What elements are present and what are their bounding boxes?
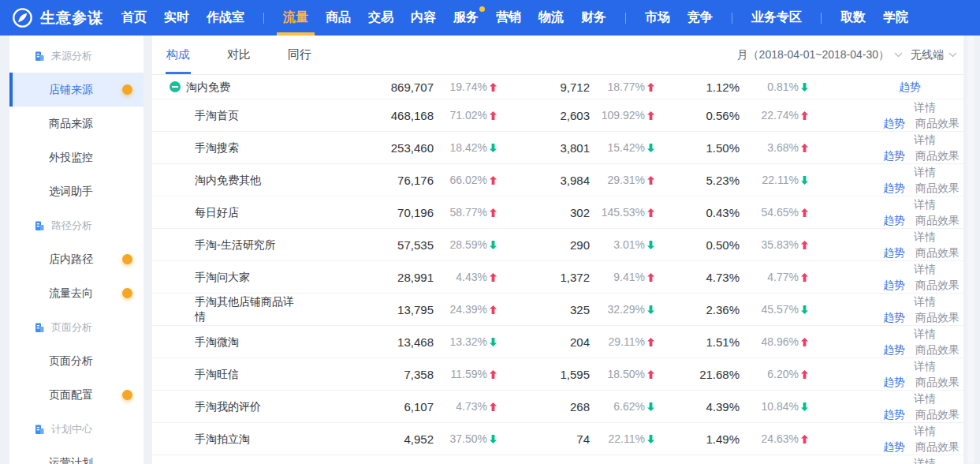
scrollbar-thumb[interactable]: [967, 36, 974, 464]
nav-item-label: 财务: [581, 9, 606, 26]
collapse-toggle-icon[interactable]: [170, 81, 181, 92]
table-row: 手淘搜索253,46018.42%3,80115.42%1.50%3.68%详情…: [152, 132, 963, 164]
trend-effect-link-row: 趋势商品效果: [883, 115, 960, 131]
product-effect-link[interactable]: 商品效果: [915, 277, 960, 293]
nav-item-1-2[interactable]: 交易: [360, 0, 402, 36]
detail-link[interactable]: 详情: [914, 133, 936, 146]
nav-item-1-1[interactable]: 商品: [317, 0, 360, 36]
filters: 月（2018-04-01~2018-04-30） 无线端: [737, 48, 957, 62]
trend-link[interactable]: 趋势: [883, 374, 905, 390]
change-value: 3.01%: [613, 238, 645, 251]
trend-link[interactable]: 趋势: [883, 342, 905, 357]
nav-item-3-0[interactable]: 业务专区: [743, 0, 810, 36]
date-range-selector[interactable]: 月（2018-04-01~2018-04-30）: [737, 48, 903, 62]
buyers-change: 29.11%: [590, 335, 654, 348]
nav-item-0-1[interactable]: 实时: [155, 0, 198, 36]
nav-item-0-0[interactable]: 首页: [113, 0, 155, 36]
product-effect-link[interactable]: 商品效果: [915, 439, 960, 455]
nav-item-1-7[interactable]: 财务: [572, 0, 615, 36]
product-effect-link[interactable]: 商品效果: [915, 115, 960, 131]
arrow-down-icon: [647, 402, 654, 411]
sidebar-item[interactable]: 店内路径: [9, 242, 143, 276]
table-row: 手淘旺信7,35811.59%1,59518.50%21.68%6.20%详情趋…: [152, 358, 963, 391]
detail-link[interactable]: 详情: [914, 392, 936, 405]
detail-link[interactable]: 详情: [914, 295, 936, 308]
top-nav: 生意参谋 首页实时作战室流量商品交易内容服务营销物流财务市场竞争业务专区取数学院: [0, 0, 980, 36]
detail-link[interactable]: 详情: [914, 101, 936, 114]
conversion-rate: 1.49%: [654, 432, 740, 446]
sidebar-item[interactable]: 流量去向: [9, 276, 143, 310]
visitors-count: 253,460: [296, 141, 434, 155]
change-value: 28.59%: [450, 238, 487, 251]
product-effect-link[interactable]: 商品效果: [915, 309, 960, 325]
trend-link[interactable]: 趋势: [883, 439, 905, 455]
sidebar-item[interactable]: 运营计划: [9, 446, 143, 464]
change-value: 35.83%: [762, 238, 799, 251]
product-effect-link[interactable]: 商品效果: [915, 406, 960, 422]
nav-item-1-3[interactable]: 内容: [402, 0, 445, 36]
sidebar-item[interactable]: 页面配置: [9, 378, 143, 412]
change-value: 48.96%: [762, 335, 799, 348]
tab-0[interactable]: 构成: [166, 36, 190, 74]
nav-item-1-5[interactable]: 营销: [487, 0, 530, 36]
detail-link[interactable]: 详情: [914, 166, 936, 178]
trend-effect-link-row: 趋势商品效果: [883, 148, 960, 163]
product-effect-link[interactable]: 商品效果: [915, 180, 960, 196]
detail-link[interactable]: 详情: [914, 230, 936, 243]
change-value: 18.42%: [450, 141, 487, 154]
trend-link[interactable]: 趋势: [883, 406, 905, 422]
nav-item-4-0[interactable]: 取数: [832, 0, 874, 36]
product-effect-link[interactable]: 商品效果: [915, 342, 960, 357]
trend-link[interactable]: 趋势: [883, 115, 905, 131]
arrow-up-icon: [490, 111, 497, 120]
page-scrollbar[interactable]: [963, 36, 980, 464]
detail-link[interactable]: 详情: [914, 457, 936, 464]
source-name-cell: 淘内免费: [170, 80, 296, 95]
nav-menu: 首页实时作战室流量商品交易内容服务营销物流财务市场竞争业务专区取数学院: [113, 0, 917, 36]
trend-link[interactable]: 趋势: [883, 245, 905, 260]
rate-change: 3.68%: [740, 141, 808, 154]
detail-link[interactable]: 详情: [914, 263, 936, 275]
nav-item-0-2[interactable]: 作战室: [198, 0, 253, 36]
arrow-down-icon: [801, 402, 808, 411]
visitors-change: 4.73%: [434, 400, 497, 413]
buyers-change: 15.42%: [590, 141, 654, 154]
detail-link[interactable]: 详情: [914, 198, 936, 211]
product-effect-link[interactable]: 商品效果: [915, 148, 960, 163]
trend-link[interactable]: 趋势: [883, 277, 905, 293]
trend-link[interactable]: 趋势: [883, 180, 905, 196]
nav-divider: [625, 13, 626, 24]
tab-1[interactable]: 对比: [227, 36, 251, 74]
tab-2[interactable]: 同行: [288, 36, 311, 74]
change-value: 24.39%: [450, 303, 487, 316]
change-value: 4.77%: [767, 271, 799, 283]
sidebar-item[interactable]: 商品来源: [9, 107, 143, 140]
product-effect-link[interactable]: 商品效果: [915, 245, 960, 260]
trend-link[interactable]: 趋势: [883, 212, 905, 228]
nav-item-2-0[interactable]: 市场: [636, 0, 679, 36]
nav-item-4-1[interactable]: 学院: [874, 0, 917, 36]
brand[interactable]: 生意参谋: [12, 7, 103, 28]
sidebar-item[interactable]: 页面分析: [9, 344, 143, 378]
sidebar-item[interactable]: 选词助手: [9, 174, 143, 208]
nav-item-1-4[interactable]: 服务: [445, 0, 487, 36]
arrow-down-icon: [647, 435, 654, 443]
nav-item-label: 作战室: [207, 9, 244, 26]
trend-link[interactable]: 趋势: [883, 148, 905, 163]
sidebar-item[interactable]: 外投监控: [9, 140, 143, 174]
detail-link[interactable]: 详情: [914, 327, 936, 340]
detail-link-row: 详情: [914, 391, 960, 406]
sidebar-item[interactable]: 店铺来源: [9, 73, 143, 107]
detail-link[interactable]: 详情: [914, 360, 936, 372]
detail-link[interactable]: 详情: [914, 425, 936, 437]
nav-item-1-0[interactable]: 流量: [274, 0, 317, 36]
trend-link[interactable]: 趋势: [899, 79, 921, 95]
source-name-cell: 手淘问大家: [170, 270, 296, 285]
trend-link[interactable]: 趋势: [883, 309, 905, 325]
terminal-selector[interactable]: 无线端: [911, 48, 957, 62]
product-effect-link[interactable]: 商品效果: [915, 212, 960, 228]
nav-item-1-6[interactable]: 物流: [530, 0, 572, 36]
arrow-up-icon: [647, 338, 654, 346]
nav-item-2-1[interactable]: 竞争: [679, 0, 721, 36]
product-effect-link[interactable]: 商品效果: [915, 374, 960, 390]
